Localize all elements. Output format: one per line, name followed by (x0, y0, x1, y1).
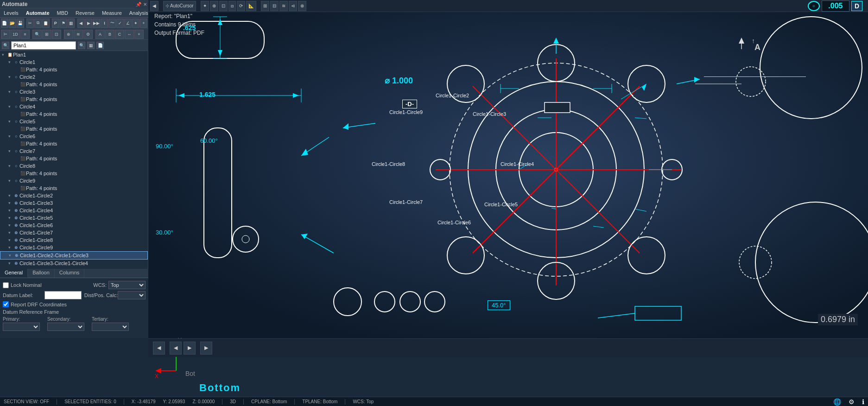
lock-nominal-checkbox[interactable] (3, 282, 9, 288)
search-small-icon[interactable]: 🔍 (2, 42, 9, 49)
tab-general[interactable]: General (0, 269, 28, 278)
cv-btn9[interactable]: ≋ (279, 1, 288, 11)
tb2-pages[interactable]: ≡ (20, 30, 30, 39)
tree-c1c6[interactable]: ▾ ⊕ Circle1-Circle6 (0, 222, 148, 229)
tb2-c[interactable]: C (115, 30, 124, 39)
measure-circle-icon[interactable]: ○ (808, 1, 820, 11)
lock-nominal-checkbox-row[interactable]: Lock Nominal (3, 282, 42, 288)
tb-angle[interactable]: ∠ (124, 19, 132, 28)
datum-label-input[interactable] (44, 291, 82, 299)
cv-btn3[interactable]: ⊡ (219, 1, 228, 11)
tree-c1c3[interactable]: ▾ ⊕ Circle1-Circle3 (0, 199, 148, 207)
cv-back[interactable]: ◀ (150, 1, 158, 11)
tb-save[interactable]: 💾 (17, 19, 24, 28)
main-canvas[interactable] (148, 12, 868, 338)
tree-circle6-path[interactable]: ⬛ Path: 4 points (0, 140, 148, 147)
tree-circle1[interactable]: ▾ ○ Circle1 (0, 58, 148, 66)
status-settings-icon[interactable]: ⚙ (849, 398, 855, 406)
tb2-a[interactable]: A (95, 30, 105, 39)
tree-circle3[interactable]: ▾ ○ Circle3 (0, 88, 148, 95)
tree-circle3-path[interactable]: ⬛ Path: 4 points (0, 95, 148, 103)
cv-btn8[interactable]: ⊟ (270, 1, 279, 11)
tb2-home[interactable]: ⊢ (1, 30, 10, 39)
tb2-plus2[interactable]: + (134, 30, 144, 39)
tb-grid[interactable]: ▦ (68, 19, 75, 28)
menu-measure[interactable]: Measure (98, 9, 126, 17)
close-icon[interactable]: ✕ (143, 2, 147, 7)
cv-autocursor[interactable]: ⊹ AutoCursor (163, 1, 196, 11)
tb2-layer[interactable]: ≋ (74, 30, 83, 39)
tb-copy[interactable]: ⧉ (34, 19, 42, 28)
nav-left-arrow[interactable]: ◀ (170, 342, 182, 355)
menu-automate[interactable]: Automate (22, 9, 53, 17)
tb-paste[interactable]: 📋 (42, 19, 50, 28)
cv-btn6[interactable]: 📐 (246, 1, 256, 11)
plan-input[interactable] (11, 41, 76, 50)
tree-circle5-path[interactable]: ⬛ Path: 4 points (0, 125, 148, 133)
tb-check[interactable]: ✓ (116, 19, 124, 28)
tab-balloon[interactable]: Balloon (28, 269, 55, 278)
tb2-settings[interactable]: ⚙ (83, 30, 93, 39)
menu-mbd[interactable]: MBD (53, 9, 72, 17)
tb2-snap[interactable]: ⊕ (64, 30, 73, 39)
cv-btn1[interactable]: ✦ (201, 1, 209, 11)
tb-prev[interactable]: ◀ (77, 19, 85, 28)
cv-btn7[interactable]: ⊞ (261, 1, 269, 11)
cv-btn10[interactable]: ⊲ (289, 1, 297, 11)
tree-circle4[interactable]: ▾ ○ Circle4 (0, 103, 148, 110)
wcs-select[interactable]: Top Bottom Front Back (108, 281, 146, 289)
tb-p[interactable]: P (52, 19, 59, 28)
tab-columns[interactable]: Columns (55, 269, 84, 278)
tb-open[interactable]: 📂 (9, 19, 16, 28)
tree-root-plan1[interactable]: ▾ 📋 Plan1 (0, 51, 148, 58)
nav-right-arrow[interactable]: ▶ (184, 342, 196, 355)
plan-search-btn[interactable]: 🔍 (78, 42, 85, 49)
tree-c1c7[interactable]: ▾ ⊕ Circle1-Circle7 (0, 229, 148, 236)
cv-btn11[interactable]: ⊗ (298, 1, 306, 11)
tb-wave[interactable]: 〜 (108, 19, 116, 28)
tree-circle1-path[interactable]: ⬛ Path: 4 points (0, 66, 148, 73)
tree-c1c9[interactable]: ▾ ⊕ Circle1-Circle9 (0, 244, 148, 251)
cv-btn4[interactable]: ⧈ (228, 1, 236, 11)
menu-reverse[interactable]: Reverse (72, 9, 98, 17)
tree-circle2-path[interactable]: ⬛ Path: 4 points (0, 81, 148, 88)
tree-circle6[interactable]: ▾ ○ Circle6 (0, 133, 148, 140)
tree-c1c3-c1c4[interactable]: ▾ ⊕ Circle1-Circle3-Circle1-Circle4 (0, 260, 148, 267)
tb-input[interactable]: I (101, 19, 108, 28)
tb-play[interactable]: ▶ (85, 19, 93, 28)
tb2-arrows[interactable]: ↔ (125, 30, 134, 39)
tree-circle9-path[interactable]: ⬛ Path: 4 points (0, 184, 148, 192)
pin-icon[interactable]: 📌 (136, 2, 141, 7)
tree-c1c8[interactable]: ▾ ⊕ Circle1-Circle8 (0, 236, 148, 244)
tree-circle5[interactable]: ▾ ○ Circle5 (0, 118, 148, 125)
cv-btn5[interactable]: ⟳ (237, 1, 245, 11)
measure-unit-box[interactable]: D (851, 1, 862, 11)
tree-circle8-path[interactable]: ⬛ Path: 4 points (0, 170, 148, 177)
secondary-select[interactable] (47, 323, 84, 331)
tree-circle4-path[interactable]: ⬛ Path: 4 points (0, 110, 148, 118)
tree-c1c2-c1c3[interactable]: ▾ ⊕ Circle1-Circle2-Circle1-Circle3 (0, 251, 148, 260)
report-drf-checkbox[interactable] (3, 301, 9, 307)
plan-grid-btn[interactable]: ▦ (87, 42, 95, 49)
dist-pos-select[interactable] (118, 291, 146, 299)
tb2-b[interactable]: B (105, 30, 114, 39)
tb2-grid2[interactable]: ⊡ (52, 30, 61, 39)
cv-btn2[interactable]: ⊕ (210, 1, 218, 11)
tb2-1d[interactable]: 1D (11, 30, 20, 39)
tb2-fit[interactable]: ⊞ (42, 30, 51, 39)
tree-circle7[interactable]: ▾ ○ Circle7 (0, 147, 148, 155)
tree-c1c2[interactable]: ▾ ⊕ Circle1-Circle2 (0, 192, 148, 199)
menu-levels[interactable]: Levels (0, 9, 22, 17)
tertiary-select[interactable] (92, 323, 129, 331)
tb-new[interactable]: 📄 (1, 19, 8, 28)
tb-star[interactable]: ✦ (132, 19, 139, 28)
report-drf-row[interactable]: Report DRF Coordinates (3, 301, 67, 307)
tree-circle8[interactable]: ▾ ○ Circle8 (0, 162, 148, 170)
tree-circle9[interactable]: ▾ ○ Circle9 (0, 177, 148, 184)
nav-prev-btn[interactable]: ◀ (153, 342, 165, 355)
tree-circle2[interactable]: ▾ ○ Circle2 (0, 73, 148, 81)
tree-c1c4[interactable]: ▾ ⊕ Circle1-Circle4 (0, 207, 148, 214)
status-info-icon[interactable]: ℹ (862, 398, 864, 406)
tb-ff[interactable]: ▶▶ (93, 19, 100, 28)
tb2-zoom[interactable]: 🔍 (32, 30, 42, 39)
